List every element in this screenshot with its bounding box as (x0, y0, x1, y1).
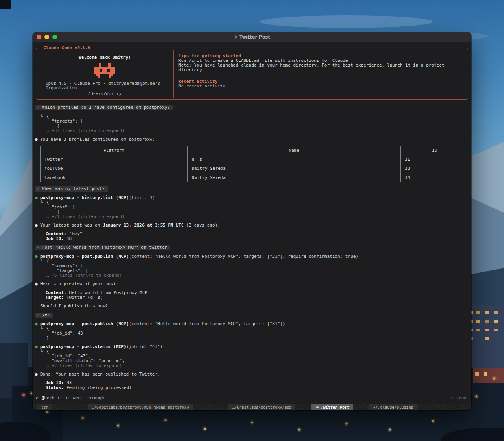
tip-line: Note: You have launched claude in your h… (178, 63, 463, 73)
tool-bullet-icon: ● (35, 254, 40, 259)
result-elbow-icon: └ (40, 259, 46, 273)
detail-item: -Target:Twitter (d__s) (40, 295, 469, 300)
tool-result: └{ "job_id": 43 } (40, 326, 469, 341)
item-dash: - (40, 385, 43, 390)
assistant-bullet-icon: ● (35, 223, 40, 228)
result-elbow-icon: └ (40, 326, 46, 341)
collapsed-lines-note: … +71 lines (ctrl+o to expand) (46, 214, 469, 219)
tool-result: └{ "jobs": [ { … +71 lines (ctrl+o to ex… (40, 200, 469, 219)
assistant-question: Should I publish this now? (40, 304, 469, 309)
result-json: { "targets": [ { (46, 114, 83, 128)
window-title: ✳ Twitter Post (33, 34, 471, 40)
detail-item: -Job ID:18 (40, 236, 469, 241)
status-bar: zsh …/64bitlabs/postproxy/n8n-nodes-post… (33, 404, 471, 410)
user-prefix: > (37, 105, 39, 110)
zoom-button[interactable] (52, 35, 57, 39)
close-button[interactable] (37, 35, 41, 39)
tool-name: postproxy-mcp - history.list (MCP) (40, 195, 129, 200)
header-left-column: Welcome back Dmitry! Opus 4.5 · Claude P… (36, 48, 173, 99)
table-cell: 34 (400, 173, 469, 182)
table-row: YouTube Dmitry Sereda 33 (41, 164, 469, 173)
user-prefix: > (37, 245, 39, 250)
detail-list: -Job ID:43 -Status:Pending (being proces… (40, 381, 469, 390)
assistant-message: ● You have 3 profiles configured on post… (35, 137, 469, 142)
text-cursor: c (42, 396, 44, 400)
statusbar-gap (417, 404, 471, 410)
assistant-bullet-icon: ● (35, 137, 40, 142)
table-row: Twitter d__s 31 (41, 155, 469, 164)
collapsed-lines-note: … +37 lines (ctrl+o to expand) (46, 128, 469, 133)
traffic-lights (33, 35, 57, 39)
statusbar-item-plugins[interactable]: ~/.claude/plugins (369, 404, 417, 410)
window-titlebar[interactable]: ✳ Twitter Post (33, 32, 471, 42)
text-segment: (3 days ago). (183, 223, 220, 228)
item-dash: - (40, 295, 43, 300)
terminal-input[interactable]: > c heck if it went through ⏎ send (35, 394, 469, 403)
statusbar-item-active[interactable]: ✳ Twitter Post (311, 404, 353, 410)
table-cell: Twitter (41, 155, 188, 164)
user-message: >When was my latest post? (35, 186, 469, 192)
assistant-text: Your latest post was on January 13, 2026… (40, 223, 220, 228)
terminal-content[interactable]: Claude Code v2.1.9 Welcome back Dmitry! … (33, 42, 471, 404)
user-prefix: > (37, 312, 39, 317)
tool-result: └{ "summary": { "targets": [ … +6 lines … (40, 259, 469, 278)
item-value: Pending (being processed) (67, 385, 132, 390)
table-cell: Dmitry Sereda (187, 164, 400, 173)
tool-result: └{ "job_id": "43", "overall_status": "pe… (40, 349, 469, 368)
user-message-text: yes (42, 312, 50, 317)
claude-mascot-icon (94, 63, 115, 78)
assistant-bullet-icon: ● (35, 372, 40, 377)
tool-call: ● postproxy-mcp - history.list (MCP)(lim… (35, 195, 469, 200)
tool-args: (content: "Hello world from Postproxy MC… (129, 254, 358, 259)
user-message-text: When was my latest post? (42, 186, 105, 191)
table-header: Name (187, 146, 400, 155)
table-cell: Facebook (41, 173, 188, 182)
table-cell: d__s (187, 155, 400, 164)
collapsed-lines-note: … +2 lines (ctrl+o to expand) (46, 363, 469, 368)
tool-name: postproxy-mcp - post.publish (MCP) (40, 254, 129, 259)
assistant-message: ● Done! Your post has been published to … (35, 372, 469, 377)
item-label: Job ID: (46, 236, 64, 241)
tool-call: ● postproxy-mcp - post.publish (MCP)(con… (35, 254, 469, 259)
user-prefix: > (37, 186, 39, 191)
item-value: 18 (67, 236, 72, 241)
result-elbow-icon: └ (40, 114, 46, 128)
result-json: { "job_id": 43 } (46, 326, 83, 341)
detail-item: -Content:"hey" (40, 232, 469, 236)
detail-list: -Content:"hey" -Job ID:18 (40, 232, 469, 241)
detail-item: -Status:Pending (being processed) (40, 385, 469, 390)
item-label: Status: (46, 385, 64, 390)
table-cell: YouTube (41, 164, 188, 173)
result-json: { "jobs": [ { (46, 200, 75, 214)
table-cell: 31 (400, 155, 469, 164)
tool-name: postproxy-mcp - post.status (MCP) (40, 344, 126, 349)
working-directory: /Users/dmitry (40, 91, 169, 96)
statusbar-item-zsh[interactable]: zsh (37, 404, 52, 410)
profiles-table: Platform Name ID Twitter d__s 31 YouTube… (40, 146, 469, 182)
item-value: Twitter (d__s) (67, 295, 103, 300)
header-box-label: Claude Code v2.1.9 (41, 46, 93, 50)
table-row: Facebook Dmitry Sereda 34 (41, 173, 469, 182)
user-message: >yes (35, 313, 469, 318)
result-json: { "job_id": "43", "overall_status": "pen… (46, 349, 125, 363)
result-elbow-icon: └ (40, 349, 46, 363)
tool-args: (content: "Hello world from Postproxy MC… (129, 321, 285, 326)
statusbar-gap (52, 404, 88, 410)
tool-call: ● postproxy-mcp - post.status (MCP)(job_… (35, 344, 469, 349)
table-cell: 33 (400, 164, 469, 173)
text-segment: Your latest post was on (40, 223, 103, 228)
statusbar-item-path[interactable]: …/64bitlabs/postproxy/app (228, 404, 296, 410)
tool-result: └{ "targets": [ { … +37 lines (ctrl+o to… (40, 114, 469, 133)
statusbar-item-path[interactable]: …/64bitlabs/postproxy/n8n-nodes-postprox… (88, 404, 193, 410)
claude-code-header: Claude Code v2.1.9 Welcome back Dmitry! … (36, 48, 468, 100)
user-message-text: Post "Hello world from Postproxy MCP" on… (42, 245, 167, 250)
assistant-bullet-icon: ● (35, 282, 40, 287)
account-info: Opus 4.5 · Claude Pro · dmitrysereda@pm.… (46, 81, 164, 91)
tool-bullet-icon: ● (35, 344, 40, 349)
minimize-button[interactable] (44, 35, 49, 39)
assistant-message: ● Here's a preview of your post: (35, 282, 469, 287)
assistant-text: Done! Your post has been published to Tw… (40, 372, 160, 377)
statusbar-gap (193, 404, 228, 410)
section-divider (178, 76, 463, 76)
header-right-column: Tips for getting started Run /init to cr… (174, 48, 468, 99)
